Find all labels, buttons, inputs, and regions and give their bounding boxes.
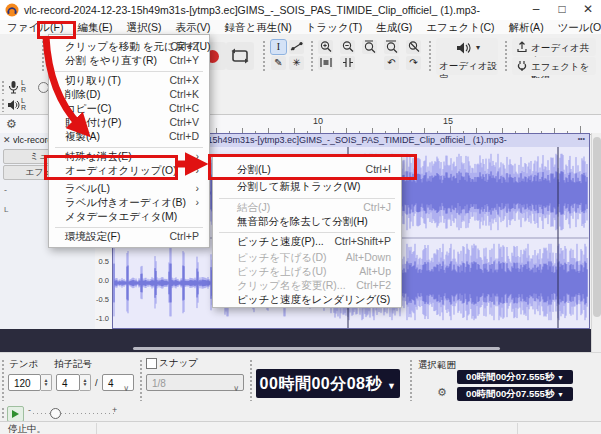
time-toolbar-grip[interactable] xyxy=(1,359,6,401)
snap-grip[interactable] xyxy=(139,359,144,401)
menu-item-metadata-editor[interactable]: メタデータエディタ(M) xyxy=(49,210,209,224)
time-display-grip[interactable] xyxy=(249,359,254,401)
play-meter-left-label: L xyxy=(21,97,25,104)
menu-item-undo[interactable]: クリップを移動 を元に戻す(U)Ctrl+Z xyxy=(49,40,209,54)
menu-item-copy[interactable]: コピー(C)Ctrl+C xyxy=(49,102,209,116)
selection-grip[interactable] xyxy=(409,359,414,401)
maximize-button[interactable]: □ xyxy=(549,0,575,20)
chevron-down-icon: ∨ xyxy=(123,380,129,397)
clip-menu-dots-icon[interactable]: ••• xyxy=(578,135,585,142)
zoom-project-button[interactable] xyxy=(384,40,399,54)
status-divider xyxy=(517,423,518,434)
menu-item-labels[interactable]: ラベル(L)› xyxy=(49,182,209,196)
zoom-out-button[interactable] xyxy=(340,40,355,54)
pan-slider[interactable]: L xyxy=(4,205,8,214)
draw-tool-button[interactable]: ✎ xyxy=(271,56,286,70)
menu-item-labeled-audio[interactable]: ラベル付きオーディオ(B)› xyxy=(49,196,209,210)
submenu-item-pitch-speed[interactable]: ピッチと速度(P)...Ctrl+Shift+P xyxy=(213,235,401,249)
selection-end-display[interactable]: 00時間00分07.555秒 ▼ xyxy=(457,387,573,401)
time-display-caret-icon[interactable]: ▼ xyxy=(387,381,396,391)
speed-slider-track[interactable] xyxy=(33,413,115,414)
envelope-tool-button[interactable] xyxy=(289,40,304,54)
submenu-item-pitch-down[interactable]: ピッチを下げる(D)Alt+Down xyxy=(213,251,401,265)
ruler-label-10: 10 xyxy=(313,116,323,126)
zoom-toggle-button[interactable] xyxy=(406,40,421,54)
time-sig-spinner[interactable]: ▲▼ xyxy=(80,374,91,391)
menu-item-preferences[interactable]: 環境設定(F)Ctrl+P xyxy=(49,230,209,244)
menu-item-cut[interactable]: 切り取り(T)Ctrl+X xyxy=(49,74,209,88)
menu-edit[interactable]: 編集(E) xyxy=(70,20,119,34)
speed-grip[interactable] xyxy=(1,407,6,420)
track-close-icon[interactable]: ✕ xyxy=(3,135,11,145)
tempo-spinner[interactable]: ▲▼ xyxy=(41,374,52,391)
submenu-item-detach-silence[interactable]: 無音部分を除去して分割(H) xyxy=(213,215,401,229)
record-meter-grip[interactable] xyxy=(1,80,6,94)
menu-separator xyxy=(55,227,203,228)
time-sig-lower-select[interactable]: 4∨ xyxy=(102,374,134,391)
horizontal-scrollbar-thumb[interactable] xyxy=(133,347,500,350)
vertical-scrollbar[interactable] xyxy=(591,133,601,352)
submenu-item-join[interactable]: 結合(J)Ctrl+J xyxy=(213,201,401,215)
tempo-input[interactable]: 120 xyxy=(8,374,41,391)
loop-button[interactable] xyxy=(226,42,254,70)
menu-separator xyxy=(55,71,203,72)
timeline-options-gear-icon[interactable]: ⚙ xyxy=(6,117,17,131)
audio-share-button[interactable]: オーディオ共有 xyxy=(512,38,596,56)
play-at-speed-button[interactable] xyxy=(7,406,24,422)
multi-tool-button[interactable]: ✳ xyxy=(289,56,304,70)
snap-select[interactable]: 1/8∨ xyxy=(146,374,244,391)
silence-audio-button[interactable] xyxy=(340,56,355,70)
setup-caret-icon: ▾ xyxy=(476,43,480,52)
snap-checkbox[interactable] xyxy=(146,358,157,369)
menu-item-delete[interactable]: 削除(D)Ctrl+K xyxy=(49,88,209,102)
status-bar: 停止中。 xyxy=(0,421,601,434)
time-sig-upper-input[interactable]: 4 xyxy=(56,374,80,391)
time-sig-slash: / xyxy=(95,377,98,388)
redo-button[interactable]: ↷ xyxy=(406,56,421,70)
menu-effect[interactable]: エフェクト(C) xyxy=(419,20,501,34)
selection-options-gear-icon[interactable]: ⚙ xyxy=(437,386,447,399)
transport-grip[interactable] xyxy=(41,40,46,72)
status-divider xyxy=(96,423,97,434)
menu-analyze[interactable]: 解析(A) xyxy=(502,20,551,34)
menu-tracks[interactable]: トラック(T) xyxy=(299,20,369,34)
loop-icon xyxy=(226,42,254,70)
vruler-0: 0.0 xyxy=(99,276,109,285)
selection-tool-button[interactable]: I xyxy=(271,40,286,54)
zoom-grip[interactable] xyxy=(310,40,315,72)
setup-grip[interactable] xyxy=(428,40,433,72)
undo-button[interactable]: ↶ xyxy=(384,56,399,70)
menu-separator xyxy=(55,147,203,148)
menu-item-redo[interactable]: 分割 をやり直す(R)Ctrl+Y xyxy=(49,54,209,68)
gain-slider[interactable]: - xyxy=(4,185,7,195)
submenu-item-render-pitch-speed[interactable]: ピッチと速度をレンダリング(S) xyxy=(213,293,401,307)
submenu-item-pitch-up[interactable]: ピッチを上げる(U)Alt+Up xyxy=(213,265,401,279)
menu-view[interactable]: 表示(V) xyxy=(168,20,217,34)
zoom-selection-button[interactable] xyxy=(362,40,377,54)
vertical-scrollbar-thumb[interactable] xyxy=(593,137,601,317)
menu-item-paste[interactable]: 貼り付け(P)Ctrl+V xyxy=(49,116,209,130)
audacity-logo-icon xyxy=(5,3,19,17)
audio-setup-button[interactable]: ▾ オーディオ設定 xyxy=(436,38,498,75)
audio-position-display[interactable]: 00時間00分08秒 ▼ xyxy=(256,369,400,398)
tools-grip[interactable] xyxy=(262,40,267,72)
share-grip[interactable] xyxy=(504,40,509,72)
minimize-button[interactable]: – xyxy=(523,0,549,20)
get-effects-button[interactable]: エフェクトを取得 xyxy=(512,57,596,75)
selection-start-display[interactable]: 00時間00分07.555秒 ▼ xyxy=(457,370,573,384)
submenu-item-split-new[interactable]: 分割して新規トラック(W) xyxy=(213,180,401,194)
menu-transport[interactable]: 録音と再生(N) xyxy=(217,20,298,34)
close-button[interactable]: ✕ xyxy=(575,0,601,20)
tempo-label: テンポ xyxy=(9,358,38,371)
play-meter-grip[interactable] xyxy=(1,98,6,112)
menu-item-duplicate[interactable]: 複製(A)Ctrl+D xyxy=(49,130,209,144)
submenu-item-rename-clip[interactable]: クリップ名を変更(R)...Ctrl+F2 xyxy=(213,279,401,293)
speed-slider-thumb[interactable] xyxy=(50,408,61,419)
zoom-in-button[interactable] xyxy=(318,40,333,54)
record-meter-right-label: R xyxy=(21,86,26,93)
menu-select[interactable]: 選択(S) xyxy=(119,20,168,34)
menu-tools[interactable]: ツール(O) xyxy=(551,20,601,34)
menu-generate[interactable]: 生成(G) xyxy=(369,20,419,34)
trim-audio-button[interactable] xyxy=(318,56,333,70)
audacity-window: vlc-record-2024-12-23-15h49m31s-[ytmp3.e… xyxy=(0,0,601,434)
